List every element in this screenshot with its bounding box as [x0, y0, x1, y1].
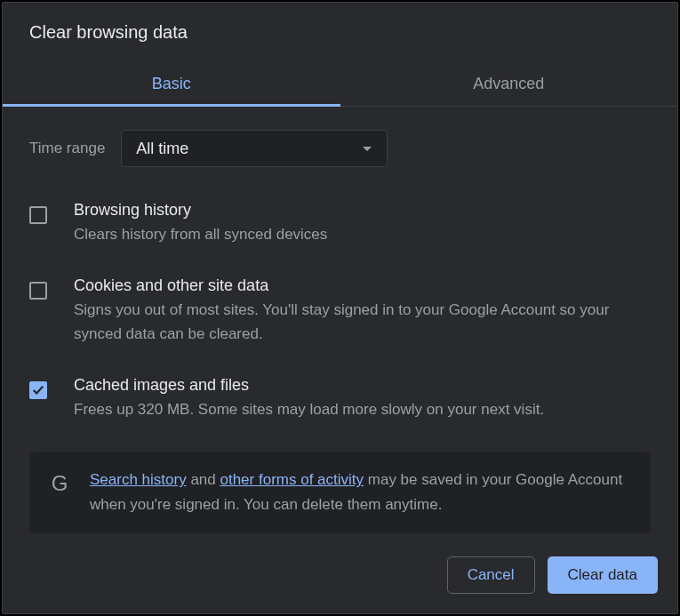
tab-basic-label: Basic: [152, 75, 191, 92]
chevron-down-icon: [362, 140, 372, 156]
option-cache: Cached images and files Frees up 320 MB.…: [29, 376, 651, 421]
link-other-activity[interactable]: other forms of activity: [220, 471, 364, 488]
option-desc: Clears history from all synced devices: [74, 223, 651, 246]
clear-browsing-data-dialog: Clear browsing data Basic Advanced Time …: [2, 2, 678, 614]
option-desc: Frees up 320 MB. Some sites may load mor…: [74, 398, 651, 421]
time-range-row: Time range All time: [29, 130, 651, 167]
option-title: Cookies and other site data: [74, 276, 651, 295]
option-text: Cached images and files Frees up 320 MB.…: [74, 376, 651, 421]
option-text: Cookies and other site data Signs you ou…: [74, 276, 651, 346]
time-range-value: All time: [136, 140, 188, 158]
option-desc: Signs you out of most sites. You'll stay…: [74, 299, 651, 346]
time-range-label: Time range: [29, 140, 105, 157]
notice-mid1: and: [187, 471, 220, 488]
checkbox-cache[interactable]: [29, 381, 47, 399]
clear-data-button[interactable]: Clear data: [548, 556, 658, 594]
dialog-footer: Cancel Clear data: [3, 540, 677, 613]
clear-data-button-label: Clear data: [568, 566, 637, 583]
checkbox-cookies[interactable]: [29, 282, 47, 300]
link-search-history[interactable]: Search history: [90, 471, 187, 488]
checkbox-browsing-history[interactable]: [29, 206, 47, 224]
dialog-title: Clear browsing data: [3, 3, 677, 43]
option-cookies: Cookies and other site data Signs you ou…: [29, 276, 651, 346]
google-account-notice: G Search history and other forms of acti…: [29, 452, 651, 533]
tabs: Basic Advanced: [3, 66, 677, 107]
option-text: Browsing history Clears history from all…: [74, 201, 651, 246]
notice-text: Search history and other forms of activi…: [90, 468, 631, 517]
cancel-button[interactable]: Cancel: [447, 556, 535, 594]
tab-advanced-label: Advanced: [473, 75, 544, 92]
option-title: Cached images and files: [74, 376, 651, 395]
tab-basic[interactable]: Basic: [3, 66, 340, 106]
dialog-content: Time range All time Browsing history Cle…: [3, 107, 677, 540]
google-icon: G: [49, 473, 70, 494]
cancel-button-label: Cancel: [468, 566, 515, 583]
tab-advanced[interactable]: Advanced: [340, 66, 678, 106]
option-title: Browsing history: [74, 201, 651, 220]
time-range-select[interactable]: All time: [121, 130, 388, 167]
option-browsing-history: Browsing history Clears history from all…: [29, 201, 651, 246]
